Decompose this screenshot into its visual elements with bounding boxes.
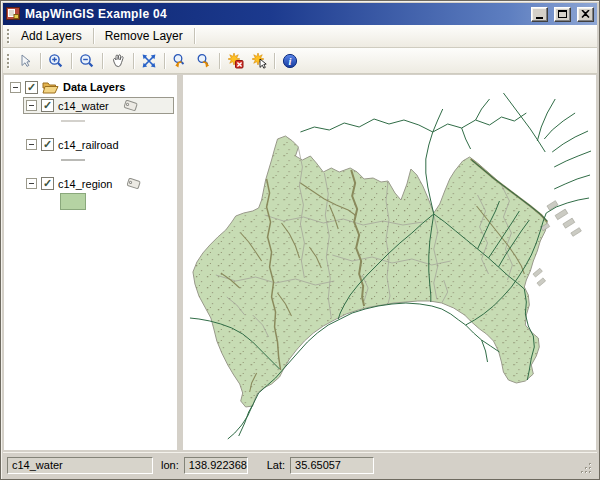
- window-title: MapWinGIS Example 04: [25, 7, 527, 21]
- maximize-button[interactable]: [554, 7, 571, 22]
- toolstrip-grip[interactable]: [7, 29, 9, 43]
- status-lon-value: 138.922368: [184, 457, 248, 474]
- menu-strip: Add Layers Remove Layer: [3, 25, 597, 48]
- pointer-button[interactable]: [13, 50, 37, 72]
- collapse-toggle[interactable]: [26, 100, 37, 111]
- separator: [93, 28, 94, 44]
- minimize-icon: [536, 17, 543, 19]
- separator: [133, 53, 134, 69]
- data-layers-checkbox[interactable]: [25, 81, 38, 94]
- lon-label: lon:: [161, 459, 179, 471]
- info-button[interactable]: i: [278, 50, 302, 72]
- collapse-toggle[interactable]: [10, 82, 21, 93]
- zoom-full-extent-icon: [141, 53, 157, 69]
- zoom-next-button[interactable]: [192, 50, 216, 72]
- select-shapes-icon: [251, 52, 268, 69]
- tree-node-label: c14_railroad: [58, 139, 119, 151]
- line-symbol: [60, 118, 86, 124]
- layers-panel: Data Layers c14_water: [4, 75, 177, 450]
- fill-symbol: [60, 193, 86, 210]
- zoom-previous-icon: [172, 53, 188, 69]
- zoom-extent-button[interactable]: [137, 50, 161, 72]
- info-icon: i: [282, 53, 298, 69]
- pan-button[interactable]: [106, 50, 130, 72]
- collapse-toggle[interactable]: [26, 139, 37, 150]
- separator: [164, 53, 165, 69]
- tree-node-label: c14_water: [58, 100, 109, 112]
- tree-node-label: Data Layers: [63, 81, 125, 93]
- c14-railroad-checkbox[interactable]: [41, 138, 54, 151]
- pan-hand-icon: [110, 53, 126, 69]
- toolstrip-grip[interactable]: [7, 54, 9, 68]
- svg-text:i: i: [289, 56, 292, 67]
- resize-grip[interactable]: [579, 461, 593, 475]
- tree-node-c14-water[interactable]: c14_water: [23, 97, 174, 114]
- close-icon: [581, 10, 590, 18]
- folder-icon: [42, 81, 59, 94]
- tool-strip: i: [3, 48, 597, 74]
- status-lat-value: 35.65057: [290, 457, 374, 474]
- collapse-toggle[interactable]: [26, 178, 37, 189]
- tree-node-data-layers[interactable]: Data Layers: [10, 79, 177, 95]
- separator: [71, 53, 72, 69]
- remove-layer-button[interactable]: Remove Layer: [97, 26, 191, 46]
- tag-icon: [123, 99, 139, 113]
- tree-node-c14-railroad[interactable]: c14_railroad: [23, 136, 174, 153]
- status-layer-name: c14_water: [7, 457, 153, 474]
- c14-water-symbol-row: [60, 114, 177, 128]
- minimize-button[interactable]: [531, 7, 548, 22]
- c14-region-checkbox[interactable]: [41, 177, 54, 190]
- map-viewport[interactable]: [183, 75, 596, 450]
- separator: [40, 53, 41, 69]
- select-shapes-button[interactable]: [247, 50, 271, 72]
- zoom-in-button[interactable]: [44, 50, 68, 72]
- clear-selection-button[interactable]: [223, 50, 247, 72]
- zoom-in-icon: [48, 53, 64, 69]
- tag-icon: [126, 177, 142, 191]
- zoom-previous-button[interactable]: [168, 50, 192, 72]
- tree-node-c14-region[interactable]: c14_region: [23, 175, 174, 192]
- c14-water-checkbox[interactable]: [41, 99, 54, 112]
- main-area: Data Layers c14_water: [3, 74, 597, 452]
- app-icon: [6, 7, 21, 21]
- c14-railroad-symbol-row: [60, 153, 177, 167]
- separator: [219, 53, 220, 69]
- tree-node-label: c14_region: [58, 178, 112, 190]
- pointer-icon: [17, 53, 33, 69]
- title-bar[interactable]: MapWinGIS Example 04: [3, 3, 597, 25]
- app-window: MapWinGIS Example 04 Add Layers Remove L…: [0, 0, 600, 480]
- clear-selection-icon: [227, 52, 244, 69]
- maximize-icon: [558, 10, 567, 18]
- separator: [102, 53, 103, 69]
- zoom-out-button[interactable]: [75, 50, 99, 72]
- map-canvas: [183, 75, 596, 450]
- zoom-out-icon: [79, 53, 95, 69]
- separator: [274, 53, 275, 69]
- separator: [194, 28, 195, 44]
- line-symbol: [60, 157, 86, 163]
- close-button[interactable]: [577, 7, 594, 22]
- zoom-next-icon: [196, 53, 212, 69]
- add-layers-button[interactable]: Add Layers: [13, 26, 90, 46]
- status-bar: c14_water lon: 138.922368 Lat: 35.65057: [3, 452, 597, 477]
- lat-label: Lat:: [267, 459, 285, 471]
- c14-region-symbol-row: [60, 192, 177, 210]
